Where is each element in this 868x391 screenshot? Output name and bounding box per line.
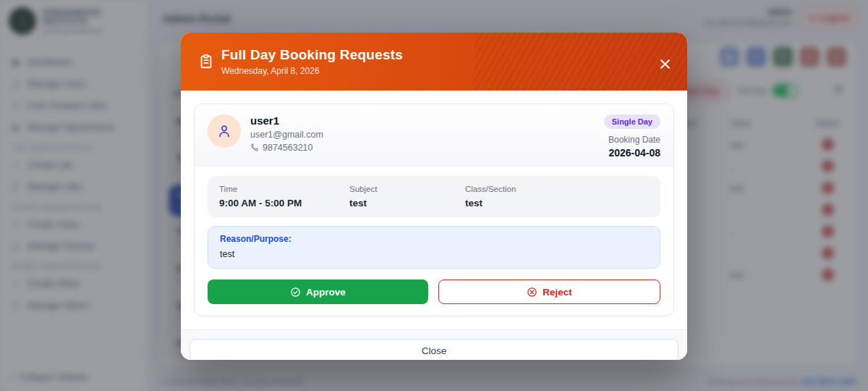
requester-email: user1@gmail.com xyxy=(250,130,323,140)
subject-value: test xyxy=(349,198,465,209)
modal-body: user1 user1@gmail.com 9874563210 Single … xyxy=(181,91,687,329)
booking-request-card: user1 user1@gmail.com 9874563210 Single … xyxy=(194,104,674,316)
x-circle-icon xyxy=(527,287,537,298)
request-header: user1 user1@gmail.com 9874563210 Single … xyxy=(195,104,673,167)
check-circle-icon xyxy=(290,287,301,298)
single-day-badge: Single Day xyxy=(604,114,660,129)
action-buttons: Approve Reject xyxy=(208,279,660,304)
modal-date: Wednesday, April 8, 2026 xyxy=(221,66,403,76)
modal-header: Full Day Booking Requests Wednesday, Apr… xyxy=(181,33,687,91)
time-value: 9:00 AM - 5:00 PM xyxy=(219,198,349,209)
requester-name: user1 xyxy=(250,114,323,127)
reason-label: Reason/Purpose: xyxy=(220,234,648,244)
class-section-label: Class/Section xyxy=(465,185,649,193)
modal-footer: Close xyxy=(181,329,687,360)
reason-text: test xyxy=(220,249,648,259)
booking-date-value: 2026-04-08 xyxy=(604,147,660,159)
booking-date-label: Booking Date xyxy=(604,135,660,145)
subject-label: Subject xyxy=(349,185,465,193)
close-icon[interactable] xyxy=(655,54,674,73)
booking-details: Time 9:00 AM - 5:00 PM Subject test Clas… xyxy=(208,176,660,217)
screen: GREENWOOD INSTITUTE Booking Management ▦… xyxy=(0,0,868,391)
phone-icon xyxy=(250,143,259,152)
phone-number: 9874563210 xyxy=(263,143,313,153)
approve-button[interactable]: Approve xyxy=(208,279,428,304)
avatar xyxy=(208,114,241,148)
class-section-value: test xyxy=(465,198,649,209)
requester-phone: 9874563210 xyxy=(250,143,323,153)
clipboard-icon xyxy=(198,54,214,70)
approve-label: Approve xyxy=(306,287,346,298)
reject-label: Reject xyxy=(542,287,572,298)
reject-button[interactable]: Reject xyxy=(438,279,660,304)
full-day-booking-modal: Full Day Booking Requests Wednesday, Apr… xyxy=(181,33,687,360)
person-icon xyxy=(216,123,232,139)
time-label: Time xyxy=(219,185,349,193)
reason-box: Reason/Purpose: test xyxy=(208,226,660,269)
close-button[interactable]: Close xyxy=(190,339,678,360)
modal-title: Full Day Booking Requests xyxy=(221,47,403,63)
